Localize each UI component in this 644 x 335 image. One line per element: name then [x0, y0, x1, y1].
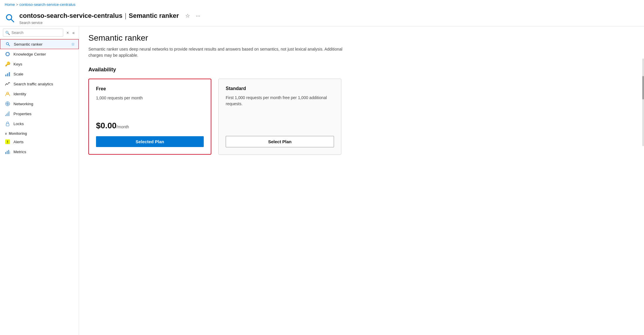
scale-label: Scale	[13, 72, 75, 76]
monitoring-chevron: ∨	[5, 132, 7, 136]
favorite-button[interactable]: ☆	[184, 11, 192, 20]
header-actions: ☆ ···	[184, 11, 202, 20]
breadcrumb: Home > contoso-search-service-centralus	[0, 0, 644, 9]
keys-icon: 🔑	[5, 61, 11, 67]
selected-plan-button[interactable]: Selected Plan	[96, 136, 204, 147]
content-description: Semantic ranker uses deep neural network…	[88, 46, 352, 58]
sidebar-item-locks[interactable]: Locks	[0, 119, 79, 129]
sidebar-item-properties[interactable]: Properties	[0, 109, 79, 119]
title-pipe: |	[125, 12, 126, 20]
search-input-wrapper: 🔍	[3, 29, 64, 37]
metrics-icon	[5, 149, 11, 154]
content-area: Semantic ranker Semantic ranker uses dee…	[79, 26, 644, 335]
search-service-icon	[5, 13, 15, 23]
page-header: contoso-search-service-centralus | Seman…	[0, 9, 644, 26]
content-title: Semantic ranker	[88, 33, 635, 43]
sidebar-item-networking[interactable]: Networking	[0, 99, 79, 109]
page-title: contoso-search-service-centralus | Seman…	[19, 11, 202, 20]
sidebar-item-semantic-ranker[interactable]: Semantic ranker ☆	[0, 39, 79, 49]
svg-rect-22	[7, 151, 8, 154]
svg-rect-7	[5, 75, 6, 76]
sidebar-item-identity[interactable]: Identity	[0, 89, 79, 99]
svg-rect-9	[9, 72, 10, 76]
semantic-ranker-star[interactable]: ☆	[71, 42, 75, 46]
alerts-label: Alerts	[13, 140, 75, 144]
free-plan-description: 1,000 requests per month	[96, 95, 204, 118]
sidebar-collapse-button[interactable]: «	[71, 30, 76, 36]
keys-label: Keys	[13, 62, 75, 66]
svg-rect-21	[5, 152, 6, 154]
main-layout: 🔍 × « Semantic ranker ☆ Knowledge Center	[0, 26, 644, 335]
search-traffic-analytics-icon	[5, 81, 11, 87]
search-clear-button[interactable]: ×	[65, 30, 70, 36]
sidebar-item-knowledge-center[interactable]: Knowledge Center	[0, 49, 79, 59]
metrics-label: Metrics	[13, 150, 75, 154]
svg-rect-17	[9, 111, 9, 116]
svg-rect-8	[7, 73, 8, 76]
svg-rect-14	[5, 115, 6, 116]
sidebar-item-keys[interactable]: 🔑 Keys	[0, 59, 79, 69]
plan-card-standard: Standard First 1,000 requests per month …	[218, 79, 341, 155]
breadcrumb-home[interactable]: Home	[5, 2, 15, 7]
knowledge-center-label: Knowledge Center	[13, 52, 75, 56]
networking-label: Networking	[13, 102, 75, 106]
select-plan-button[interactable]: Select Plan	[226, 136, 334, 147]
standard-plan-description: First 1,000 requests per month free per …	[226, 95, 334, 115]
svg-rect-16	[8, 113, 8, 116]
sidebar-item-metrics[interactable]: Metrics	[0, 147, 79, 157]
availability-title: Availability	[88, 67, 635, 73]
breadcrumb-sep1: >	[16, 2, 18, 7]
monitoring-section[interactable]: ∨ Monitoring	[0, 129, 79, 137]
plan-card-free: Free 1,000 requests per month $0.00/mont…	[88, 79, 211, 155]
svg-line-1	[11, 19, 14, 22]
locks-icon	[5, 121, 11, 126]
sidebar-search-row: 🔍 × «	[0, 26, 79, 39]
page-header-text: contoso-search-service-centralus | Seman…	[19, 11, 202, 25]
search-input[interactable]	[3, 29, 63, 37]
search-traffic-analytics-label: Search traffic analytics	[13, 82, 75, 86]
free-plan-name: Free	[96, 86, 204, 91]
alerts-icon: !	[5, 139, 11, 144]
svg-rect-18	[6, 124, 9, 126]
identity-label: Identity	[13, 92, 75, 96]
search-icon: 🔍	[5, 30, 10, 35]
locks-label: Locks	[13, 122, 75, 126]
identity-icon	[5, 91, 11, 96]
svg-text:!: !	[7, 140, 8, 144]
properties-label: Properties	[13, 112, 75, 116]
semantic-ranker-label: Semantic ranker	[14, 42, 68, 46]
free-plan-price: $0.00/month	[96, 121, 204, 130]
properties-icon	[5, 111, 11, 116]
sidebar: 🔍 × « Semantic ranker ☆ Knowledge Center	[0, 26, 79, 335]
monitoring-label: Monitoring	[9, 132, 27, 136]
standard-plan-name: Standard	[226, 86, 334, 91]
svg-point-6	[5, 51, 10, 56]
svg-line-3	[8, 45, 10, 46]
sidebar-item-search-traffic-analytics[interactable]: Search traffic analytics	[0, 79, 79, 89]
sidebar-item-scale[interactable]: Scale	[0, 69, 79, 79]
networking-icon	[5, 101, 11, 106]
standard-plan-price	[226, 118, 334, 130]
free-plan-price-amount: $0.00	[96, 121, 117, 130]
free-plan-price-unit: /month	[117, 125, 129, 129]
svg-rect-24	[10, 151, 10, 154]
knowledge-center-icon	[5, 51, 11, 57]
scale-icon	[5, 71, 11, 77]
svg-rect-23	[8, 150, 9, 154]
more-options-button[interactable]: ···	[194, 12, 202, 20]
breadcrumb-service[interactable]: contoso-search-service-centralus	[19, 2, 75, 7]
svg-rect-15	[6, 114, 7, 116]
semantic-ranker-icon	[5, 42, 11, 46]
sidebar-item-alerts[interactable]: ! Alerts	[0, 137, 79, 147]
plans-row: Free 1,000 requests per month $0.00/mont…	[88, 79, 635, 155]
service-subtitle: Search service	[19, 21, 202, 25]
